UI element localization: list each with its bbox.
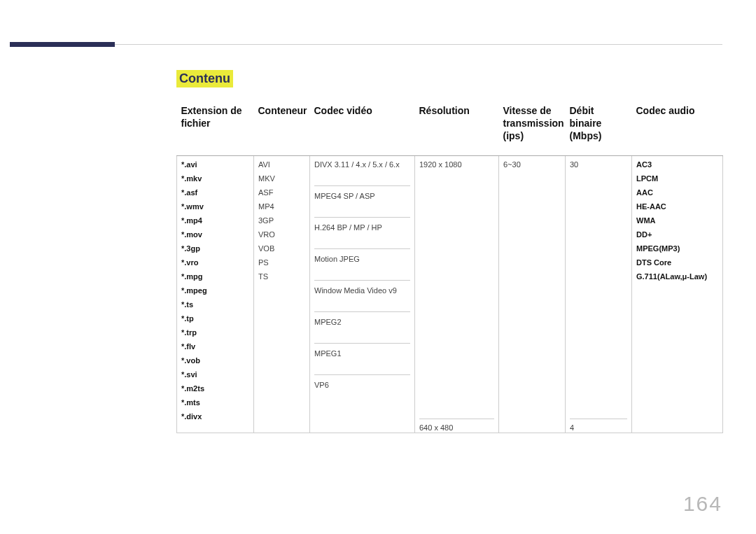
list-item: AC3	[636, 160, 718, 169]
list-item: *.asf	[181, 188, 249, 197]
content-area: Contenu Extension de fichier Conteneur C…	[176, 70, 722, 496]
list-item: WMA	[636, 216, 718, 225]
list-item: *.mp4	[181, 216, 249, 225]
list-item: *.trp	[181, 328, 249, 337]
cell-resolution: 1920 x 1080 640 x 480	[415, 155, 499, 433]
col-container: Conteneur	[254, 100, 310, 155]
col-extension: Extension de fichier	[177, 100, 254, 155]
cell-audio-codecs: AC3 LPCM AAC HE-AAC WMA DD+ MPEG(MP3) DT…	[632, 155, 723, 433]
list-item: H.264 BP / MP / HP	[314, 218, 410, 249]
page-number: 164	[683, 492, 722, 516]
containers-list: AVI MKV ASF MP4 3GP VRO VOB PS TS	[258, 160, 305, 281]
list-item: VOB	[258, 244, 305, 253]
list-item: LPCM	[636, 174, 718, 183]
col-audio-codec: Codec audio	[632, 100, 723, 155]
resolution-top: 1920 x 1080	[419, 156, 494, 419]
list-item: MP4	[258, 202, 305, 211]
list-item: PS	[258, 258, 305, 267]
list-item: *.divx	[181, 412, 249, 421]
list-item: *.3gp	[181, 244, 249, 253]
audio-codec-list: AC3 LPCM AAC HE-AAC WMA DD+ MPEG(MP3) DT…	[636, 160, 718, 281]
list-item: *.ts	[181, 300, 249, 309]
list-item: *.mpg	[181, 272, 249, 281]
list-item: MPEG4 SP / ASP	[314, 186, 410, 218]
list-item: AAC	[636, 188, 718, 197]
list-item: *.mov	[181, 230, 249, 239]
list-item: DD+	[636, 230, 718, 239]
list-item: DTS Core	[636, 258, 718, 267]
list-item: VRO	[258, 230, 305, 239]
cell-framerate: 6~30	[499, 155, 566, 433]
table-row: *.avi *.mkv *.asf *.wmv *.mp4 *.mov *.3g…	[177, 155, 723, 433]
table-header-row: Extension de fichier Conteneur Codec vid…	[177, 100, 723, 155]
list-item: HE-AAC	[636, 202, 718, 211]
list-item: *.wmv	[181, 202, 249, 211]
list-item: VP6	[314, 375, 410, 393]
list-item: *.tp	[181, 314, 249, 323]
list-item: MPEG(MP3)	[636, 244, 718, 253]
list-item: Motion JPEG	[314, 249, 410, 281]
list-item: *.avi	[181, 160, 249, 169]
list-item: AVI	[258, 160, 305, 169]
list-item: *.vro	[181, 258, 249, 267]
cell-containers: AVI MKV ASF MP4 3GP VRO VOB PS TS	[254, 155, 310, 433]
col-video-codec: Codec vidéo	[310, 100, 415, 155]
list-item: MPEG1	[314, 344, 410, 375]
list-item: G.711(ALaw,μ-Law)	[636, 272, 718, 281]
framerate-value: 6~30	[503, 160, 521, 169]
cell-bitrate: 30 4	[566, 155, 632, 433]
col-framerate: Vitesse de transmission (ips)	[499, 100, 566, 155]
list-item: *.mts	[181, 398, 249, 407]
cell-video-codecs: DIVX 3.11 / 4.x / 5.x / 6.x MPEG4 SP / A…	[310, 155, 415, 433]
list-item: *.m2ts	[181, 384, 249, 393]
extensions-list: *.avi *.mkv *.asf *.wmv *.mp4 *.mov *.3g…	[181, 160, 249, 421]
list-item: *.mpeg	[181, 286, 249, 295]
list-item: 3GP	[258, 216, 305, 225]
codec-table: Extension de fichier Conteneur Codec vid…	[176, 100, 722, 433]
list-item: *.flv	[181, 342, 249, 351]
bitrate-top: 30	[570, 156, 627, 419]
list-item: DIVX 3.11 / 4.x / 5.x / 6.x	[314, 156, 410, 186]
list-item: MPEG2	[314, 312, 410, 344]
list-item: MKV	[258, 174, 305, 183]
bitrate-bottom: 4	[570, 419, 627, 433]
list-item: ASF	[258, 188, 305, 197]
list-item: *.mkv	[181, 174, 249, 183]
top-rule	[10, 44, 722, 45]
list-item: *.svi	[181, 370, 249, 379]
col-bitrate: Débit binaire (Mbps)	[566, 100, 632, 155]
col-resolution: Résolution	[415, 100, 499, 155]
video-codec-stack: DIVX 3.11 / 4.x / 5.x / 6.x MPEG4 SP / A…	[314, 156, 410, 393]
section-title: Contenu	[176, 70, 233, 87]
resolution-bottom: 640 x 480	[419, 419, 494, 433]
list-item: *.vob	[181, 356, 249, 365]
top-accent-bar	[10, 42, 115, 47]
list-item: TS	[258, 272, 305, 281]
cell-extensions: *.avi *.mkv *.asf *.wmv *.mp4 *.mov *.3g…	[177, 155, 254, 433]
list-item: Window Media Video v9	[314, 281, 410, 312]
